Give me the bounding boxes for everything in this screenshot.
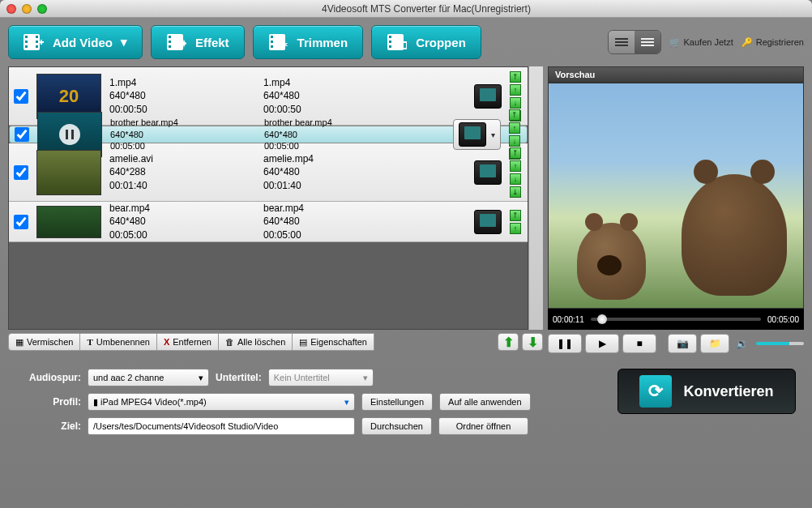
close-icon[interactable] [6,4,16,14]
src-name: brother bear.mp4 [110,117,256,129]
detail-view-button[interactable] [635,31,660,53]
rename-button[interactable]: TUmbenennen [80,333,156,351]
open-folder-button[interactable]: 📁 [700,334,729,353]
untertitel-label: Untertitel: [216,372,262,383]
svg-rect-13 [271,36,273,38]
ordner-button[interactable]: Ordner öffnen [438,417,528,435]
move-down-button[interactable]: ⬇ [522,333,543,351]
thumbnail [36,150,101,195]
src-res: 640*480 [109,89,255,102]
svg-rect-26 [641,41,654,43]
add-video-button[interactable]: Add Video ▾ [8,25,143,59]
file-list: 20 1.mp4 640*480 00:00:50 1.mp4 640*480 … [8,66,528,330]
row-checkbox[interactable] [14,215,28,229]
move-down-icon[interactable]: ↓ [509,135,520,147]
move-down-icon[interactable]: ↓ [510,97,521,109]
move-top-icon[interactable]: ⤒ [510,147,521,159]
einstellungen-button[interactable]: Einstellungen [361,393,433,411]
list-row[interactable]: amelie.avi 640*288 00:01:40 amelie.mp4 6… [9,143,528,202]
device-select[interactable]: ▾ [453,119,501,150]
elapsed-time: 00:00:11 [553,315,584,324]
kaufen-link[interactable]: 🛒 Kaufen Jetzt [669,37,733,48]
scrollbar[interactable] [528,66,543,330]
minimize-icon[interactable] [22,4,32,14]
out-name: 1.mp4 [263,76,409,89]
list-row[interactable]: brother bear.mp4 640*480 00:05:00 brothe… [9,126,528,143]
out-dur: 00:05:00 [263,228,409,241]
svg-text:✂: ✂ [280,40,288,49]
zoom-icon[interactable] [37,4,47,14]
merge-button[interactable]: ▦Vermischen [8,333,80,351]
merge-icon: ▦ [15,337,24,348]
volume-icon[interactable]: 🔉 [736,338,748,349]
out-dur: 00:05:00 [264,140,410,152]
seek-slider[interactable] [591,318,761,321]
src-name: bear.mp4 [109,202,255,215]
list-row[interactable]: bear.mp4 640*480 00:05:00 bear.mp4 640*4… [9,202,528,242]
move-up-button[interactable]: ⬆ [498,333,519,351]
pause-button[interactable]: ❚❚ [548,334,582,353]
play-button[interactable]: ▶ [585,334,619,353]
svg-rect-3 [25,45,28,48]
src-dur: 00:01:40 [109,179,255,192]
svg-rect-8 [169,36,171,38]
preview-label: Vorschau [548,66,804,83]
src-name: 1.mp4 [109,76,255,89]
playback-controls: ❚❚ ▶ ■ 📷 📁 🔉 [548,330,804,354]
move-top-icon[interactable]: ⤒ [509,109,520,121]
croppen-button[interactable]: Croppen [371,25,481,59]
out-res: 640*480 [263,165,409,178]
ziel-input[interactable]: /Users/tes/Documents/4Videosoft Studio/V… [88,417,355,435]
audiospur-select[interactable]: und aac 2 channe▾ [88,369,209,386]
total-time: 00:05:00 [767,315,799,324]
volume-slider[interactable] [756,342,804,345]
convert-button[interactable]: ⟳ Konvertieren [618,369,796,414]
move-bottom-icon[interactable]: ⤓ [510,186,521,198]
row-checkbox[interactable] [15,127,29,142]
stop-button[interactable]: ■ [622,334,656,353]
svg-rect-19 [389,41,391,43]
device-icon[interactable] [474,210,502,234]
durchsuchen-button[interactable]: Durchsuchen [361,417,432,435]
svg-rect-5 [36,41,38,43]
move-up-icon[interactable]: ↑ [510,160,521,172]
svg-rect-14 [271,41,273,43]
remove-button[interactable]: XEntfernen [157,333,219,351]
untertitel-select[interactable]: Kein Untertitel▾ [268,369,374,386]
preview-video[interactable] [548,83,804,309]
svg-rect-29 [66,130,68,139]
move-down-icon[interactable]: ↓ [510,173,521,185]
svg-rect-2 [25,41,28,43]
move-top-icon[interactable]: ⤒ [510,71,521,83]
chevron-down-icon: ▾ [121,35,127,49]
effekt-button[interactable]: ✦ Effekt [151,25,245,59]
device-icon[interactable] [474,160,502,185]
clear-all-button[interactable]: 🗑Alle löschen [219,333,293,351]
row-checkbox[interactable] [14,89,28,104]
out-res: 640*480 [263,89,409,102]
move-top-icon[interactable]: ⤒ [510,210,521,221]
move-up-icon[interactable]: ↑ [509,122,520,134]
svg-rect-9 [169,41,171,43]
svg-point-28 [59,124,80,145]
snapshot-button[interactable]: 📷 [668,334,697,353]
out-name: bear.mp4 [263,202,409,215]
list-view-button[interactable] [609,31,635,53]
view-toggle [608,30,661,54]
move-up-icon[interactable]: ↑ [510,223,521,234]
seek-handle[interactable] [597,314,607,324]
trimmen-button[interactable]: ✂ Trimmen [253,25,364,59]
row-checkbox[interactable] [14,165,28,180]
device-icon[interactable] [474,84,502,109]
folder-icon: 📁 [709,338,721,349]
auf-alle-button[interactable]: Auf alle anwenden [439,393,531,411]
add-video-label: Add Video [53,36,113,49]
move-up-icon[interactable]: ↑ [510,84,521,96]
preview-pane: Vorschau 00:00:11 00:05:00 ❚❚ ▶ ■ 📷 📁 🔉 [548,66,804,354]
registrieren-link[interactable]: 🔑 Registrieren [741,37,804,48]
profil-select[interactable]: ▮ iPad MPEG4 Video(*.mp4)▾ [88,393,355,411]
bottom-panel: Audiospur: und aac 2 channe▾ Untertitel:… [0,354,812,450]
chevron-down-icon: ▾ [363,373,368,383]
properties-button[interactable]: ▤Eigenschaften [293,333,374,351]
chevron-down-icon: ▾ [199,373,203,383]
